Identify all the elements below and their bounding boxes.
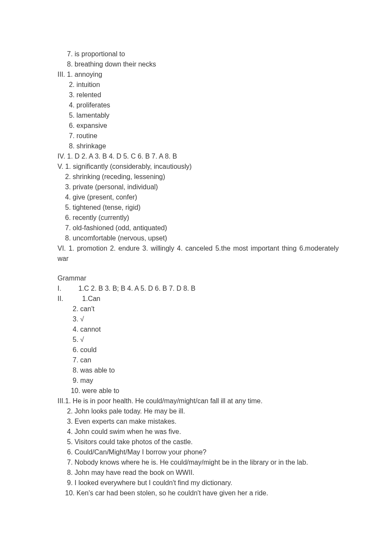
text-line: 3. private (personal, individual): [58, 182, 339, 192]
text-line: 8. uncomfortable (nervous, upset): [58, 233, 339, 243]
text-line: 8. shrinkage: [58, 141, 339, 151]
text-line: 6. Could/Can/Might/May I borrow your pho…: [58, 447, 339, 457]
text-line: Grammar: [58, 273, 339, 283]
text-line: 6. expansive: [58, 121, 339, 131]
text-line: IV. 1. D 2. A 3. B 4. D 5. C 6. B 7. A 8…: [58, 151, 339, 162]
text-line: 2. shrinking (receding, lessening): [58, 172, 339, 182]
text-line: 2. John looks pale today. He may be ill.: [58, 406, 339, 416]
document-page: 7. is proportional to 8. breathing down …: [0, 0, 392, 524]
text-line: 6. recently (currently): [58, 213, 339, 223]
text-line: 7. routine: [58, 131, 339, 141]
text-line: 8. breathing down their necks: [58, 59, 339, 69]
text-line: 2. intuition: [58, 80, 339, 90]
text-line: I. 1.C 2. B 3. B; B 4. A 5. D 6. B 7. D …: [58, 283, 339, 294]
text-line: 9. may: [58, 376, 339, 386]
text-line: II. 1.Can: [58, 294, 339, 304]
text-line: III. 1. annoying: [58, 69, 339, 80]
text-line: 7. Nobody knows where he is. He could/ma…: [58, 457, 339, 468]
text-line: 6. could: [58, 345, 339, 355]
text-line: 4. proliferates: [58, 100, 339, 110]
text-line: 5. Visitors could take photos of the cas…: [58, 437, 339, 447]
text-line: 5. √: [58, 335, 339, 345]
text-line: 5. tightened (tense, rigid): [58, 202, 339, 213]
text-line: 10. were able to: [58, 386, 339, 396]
text-line: 3. √: [58, 314, 339, 324]
text-line: 3. relented: [58, 90, 339, 100]
text-line: 5. lamentably: [58, 110, 339, 121]
text-line: 9. I looked everywhere but I couldn't fi…: [58, 478, 339, 488]
text-line: III.1. He is in poor health. He could/ma…: [58, 396, 339, 406]
text-line: 4. give (present, confer): [58, 192, 339, 202]
text-line: 3. Even experts can make mistakes.: [58, 416, 339, 427]
text-line: 7. can: [58, 355, 339, 365]
text-line: 10. Ken's car had been stolen, so he cou…: [58, 488, 339, 498]
text-line: 8. was able to: [58, 365, 339, 376]
section-gap: [58, 264, 339, 273]
text-line: 7. is proportional to: [58, 49, 339, 59]
text-line: 4. John could swim when he was five.: [58, 427, 339, 437]
text-line: 2. can't: [58, 304, 339, 314]
text-line: VI. 1. promotion 2. endure 3. willingly …: [58, 243, 339, 264]
text-line: 8. John may have read the book on WWII.: [58, 468, 339, 478]
text-line: 7. old-fashioned (odd, antiquated): [58, 223, 339, 233]
text-line: V. 1. significantly (considerably, incau…: [58, 162, 339, 172]
text-line: 4. cannot: [58, 324, 339, 335]
